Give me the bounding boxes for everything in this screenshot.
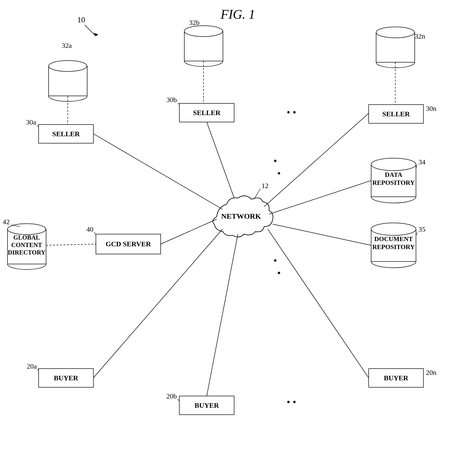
svg-text:42: 42 (3, 218, 10, 226)
svg-line-34 (37, 125, 39, 127)
svg-rect-10 (376, 32, 415, 62)
svg-line-60 (93, 134, 222, 209)
cylinder-32a: 32a (49, 42, 87, 101)
svg-text:40: 40 (86, 225, 93, 233)
svg-text:REPOSITORY: REPOSITORY (372, 179, 415, 186)
svg-text:BUYER: BUYER (195, 401, 219, 409)
cylinder-doc-repo: DOCUMENT REPOSITORY 35 (371, 223, 425, 268)
buyer-b-box (179, 396, 234, 415)
svg-line-59 (161, 219, 217, 244)
svg-line-25 (416, 165, 417, 168)
svg-text:• •: • • (287, 397, 296, 408)
svg-text:BUYER: BUYER (384, 374, 408, 382)
svg-text:DOCUMENT: DOCUMENT (374, 235, 413, 243)
svg-text:•: • (277, 267, 281, 279)
svg-text:•: • (277, 168, 281, 179)
svg-line-49 (178, 399, 179, 401)
svg-text:34: 34 (418, 158, 425, 166)
svg-text:20n: 20n (426, 369, 436, 376)
svg-line-2 (85, 25, 96, 36)
cylinder-42: GLOBAL CONTENT DIRECTORY 42 (3, 218, 46, 269)
svg-text:NETWORK: NETWORK (221, 212, 261, 220)
svg-text:DIRECTORY: DIRECTORY (8, 249, 45, 256)
svg-line-67 (268, 229, 369, 378)
svg-line-65 (93, 229, 222, 378)
svg-line-37 (178, 103, 179, 105)
cylinder-32b: 32b (184, 19, 223, 66)
svg-text:30b: 30b (166, 96, 177, 104)
svg-text:SELLER: SELLER (193, 109, 221, 117)
buyer-a-box (39, 369, 93, 387)
gcd-server-box (96, 234, 161, 254)
seller-a-box (39, 125, 93, 143)
svg-line-19 (11, 225, 20, 227)
svg-line-62 (264, 113, 369, 207)
svg-text:20b: 20b (166, 392, 177, 400)
seller-n-box (369, 105, 423, 123)
svg-text:•: • (273, 255, 277, 266)
svg-text:35: 35 (418, 225, 425, 233)
svg-text:FIG. 1: FIG. 1 (220, 7, 255, 21)
svg-rect-13 (7, 229, 46, 264)
svg-line-43 (94, 232, 96, 235)
buyer-n-box (369, 369, 423, 387)
svg-text:SELLER: SELLER (52, 130, 80, 138)
svg-text:BUYER: BUYER (54, 374, 78, 382)
svg-point-8 (184, 26, 223, 37)
svg-line-31 (416, 232, 417, 235)
svg-text:30a: 30a (26, 118, 36, 126)
svg-text:12: 12 (262, 182, 269, 190)
svg-point-14 (7, 224, 46, 235)
svg-text:GLOBAL: GLOBAL (13, 234, 40, 241)
svg-line-58 (46, 244, 96, 245)
svg-point-5 (49, 61, 87, 71)
svg-text:30n: 30n (426, 105, 436, 112)
svg-line-63 (269, 181, 371, 214)
svg-text:REPOSITORY: REPOSITORY (372, 243, 415, 251)
svg-line-61 (207, 122, 234, 198)
svg-text:20a: 20a (27, 362, 37, 370)
svg-text:10: 10 (77, 15, 85, 24)
svg-text:DATA: DATA (385, 171, 402, 178)
svg-point-27 (371, 223, 416, 235)
svg-line-46 (38, 369, 39, 371)
svg-text:32a: 32a (62, 42, 72, 49)
diagram: FIG. 1 10 32a 32b 32n (0, 0, 476, 464)
svg-text:• •: • • (287, 107, 296, 118)
svg-text:32n: 32n (415, 32, 425, 40)
svg-text:CONTENT: CONTENT (11, 242, 42, 248)
svg-rect-26 (371, 229, 416, 262)
svg-text:32b: 32b (189, 19, 200, 26)
network-cloud: NETWORK 12 (213, 182, 273, 237)
svg-rect-7 (184, 31, 223, 61)
svg-text:•: • (273, 155, 277, 167)
svg-text:GCD SERVER: GCD SERVER (106, 240, 151, 248)
svg-rect-4 (49, 66, 87, 96)
diagram-svg: FIG. 1 10 32a 32b 32n (0, 0, 476, 464)
svg-line-66 (207, 234, 238, 396)
svg-line-64 (273, 224, 371, 245)
cylinder-32n: 32n (376, 27, 425, 68)
svg-point-11 (376, 27, 414, 38)
svg-rect-20 (371, 164, 416, 197)
svg-line-54 (254, 189, 260, 199)
svg-point-21 (371, 158, 416, 171)
svg-marker-3 (93, 33, 98, 36)
svg-text:SELLER: SELLER (382, 110, 410, 118)
seller-b-box (179, 103, 234, 122)
cylinder-data-repo: DATA REPOSITORY 34 (371, 158, 425, 203)
